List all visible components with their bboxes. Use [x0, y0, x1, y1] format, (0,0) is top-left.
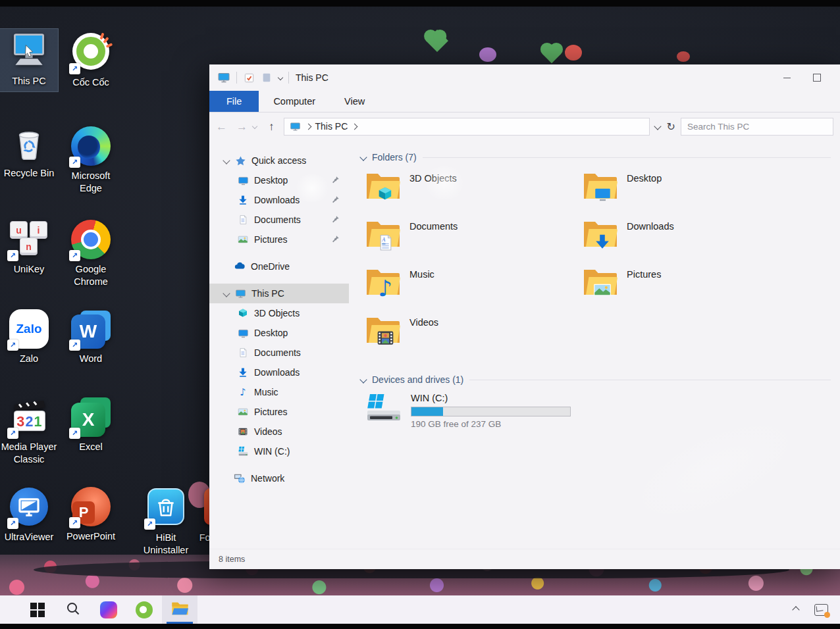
chevron-down-icon[interactable]: [223, 289, 230, 297]
nav-qa-desktop[interactable]: Desktop: [209, 170, 349, 190]
3d-cube-overlay-icon: [376, 184, 394, 203]
nav-pc-desktop[interactable]: Desktop: [209, 323, 349, 343]
refresh-icon[interactable]: ↻: [667, 120, 675, 133]
nav-label: Documents: [254, 347, 301, 358]
address-dropdown-chevron-icon[interactable]: [654, 122, 661, 130]
desktop-icon-google-chrome[interactable]: ↗ Google Chrome: [62, 220, 120, 288]
nav-qa-pictures[interactable]: Pictures: [209, 230, 349, 249]
qat-customize-chevron-icon[interactable]: [278, 75, 283, 80]
item-count: 8 items: [219, 555, 245, 564]
tab-view[interactable]: View: [330, 91, 379, 112]
desktop-icon-coc-coc[interactable]: ↗ Cốc Cốc: [62, 32, 120, 89]
search-placeholder: Search This PC: [687, 122, 749, 132]
nav-qa-documents[interactable]: Documents: [209, 210, 349, 230]
nav-qa-downloads[interactable]: Downloads: [209, 190, 349, 210]
nav-onedrive[interactable]: OneDrive: [209, 257, 349, 276]
nav-label: Downloads: [254, 195, 300, 205]
start-button[interactable]: [20, 595, 55, 624]
nav-this-pc[interactable]: This PC: [209, 284, 349, 303]
search-input[interactable]: Search This PC: [681, 118, 833, 136]
up-button[interactable]: ↑: [269, 121, 275, 132]
taskbar: [0, 595, 840, 624]
nav-pc-videos[interactable]: Videos: [209, 422, 349, 441]
copilot-icon: [100, 601, 117, 618]
nav-label: Desktop: [254, 328, 288, 338]
breadcrumb-chevron-icon[interactable]: [352, 123, 358, 130]
address-bar[interactable]: This PC: [284, 118, 650, 136]
desktop-icon-word[interactable]: W ↗ Word: [62, 309, 120, 365]
taskbar-search-button[interactable]: [55, 595, 91, 624]
tray-notification-icon[interactable]: [814, 604, 828, 616]
nav-pc-pictures[interactable]: Pictures: [209, 402, 349, 422]
desktop-icon-microsoft-edge[interactable]: ↗ Microsoft Edge: [62, 126, 120, 195]
folder-icon: [365, 314, 402, 346]
tile-music[interactable]: ♪ Music: [365, 266, 562, 314]
window-title-bar[interactable]: This PC: [209, 64, 840, 91]
maximize-button[interactable]: [802, 64, 832, 91]
taskbar-copilot-button[interactable]: [91, 595, 126, 624]
desktop-icon-label: Excel: [62, 441, 120, 453]
desktop-icon-recycle-bin[interactable]: Recycle Bin: [0, 124, 58, 180]
network-globe-icon: [234, 472, 246, 484]
group-header-devices: Devices and drives (1): [361, 374, 840, 385]
qat-properties-icon[interactable]: [243, 72, 255, 84]
breadcrumb-chevron-icon[interactable]: [305, 123, 311, 130]
forward-button[interactable]: →: [236, 121, 248, 132]
nav-pc-music[interactable]: ♪ Music: [209, 382, 349, 402]
collapse-chevron-icon[interactable]: [359, 153, 367, 161]
tile-downloads[interactable]: Downloads: [582, 218, 779, 266]
nav-label: 3D Objects: [254, 308, 300, 318]
close-button[interactable]: [832, 64, 840, 91]
desktop-icon-media-player-classic[interactable]: 3 2 1 ↗ Media Player Classic: [0, 397, 58, 466]
group-header-folders: Folders (7): [361, 152, 840, 163]
drive-capacity-fill: [411, 407, 443, 416]
tile-3d-objects[interactable]: 3D Objects: [365, 170, 562, 218]
nav-pc-win-c[interactable]: WIN (C:): [209, 441, 349, 461]
nav-label: WIN (C:): [254, 446, 290, 457]
breadcrumb[interactable]: This PC: [315, 121, 348, 132]
shortcut-arrow-icon: ↗: [69, 340, 80, 351]
recent-locations-chevron-icon[interactable]: [252, 124, 257, 129]
shortcut-arrow-icon: ↗: [69, 517, 80, 528]
desktop-icon-zalo[interactable]: Zalo ↗ Zalo: [0, 309, 58, 365]
nav-pc-downloads[interactable]: Downloads: [209, 363, 349, 382]
taskbar-coc-coc-button[interactable]: [126, 595, 162, 624]
tile-win-c-drive[interactable]: WIN (C:) 190 GB free of 237 GB: [365, 393, 840, 429]
nav-pc-3d-objects[interactable]: 3D Objects: [209, 303, 349, 323]
tile-documents[interactable]: A Documents: [365, 218, 562, 266]
nav-pc-documents[interactable]: Documents: [209, 343, 349, 363]
folder-icon: A: [365, 218, 402, 250]
nav-label: Downloads: [254, 367, 300, 378]
this-pc-breadcrumb-icon: [290, 121, 302, 132]
desktop-icon-excel[interactable]: X ↗ Excel: [62, 397, 120, 453]
tile-videos[interactable]: Videos: [365, 314, 562, 363]
window-title: This PC: [296, 72, 328, 83]
ribbon-tabs: File Computer View: [209, 91, 840, 113]
chevron-down-icon[interactable]: [223, 157, 230, 164]
wallpaper-heart: [426, 30, 448, 52]
desktop-icon-ultraviewer[interactable]: ↗ UltraViewer: [0, 487, 58, 543]
desktop-folder-icon: [237, 327, 249, 339]
group-label: Folders (7): [372, 152, 417, 163]
collapse-chevron-icon[interactable]: [359, 376, 367, 383]
nav-network[interactable]: Network: [209, 468, 349, 488]
this-pc-window-icon: [217, 71, 230, 84]
tile-desktop[interactable]: Desktop: [582, 170, 779, 218]
tile-label: Downloads: [627, 221, 674, 232]
tile-pictures[interactable]: Pictures: [582, 266, 779, 314]
qat-new-folder-icon[interactable]: [261, 72, 273, 84]
tab-file[interactable]: File: [209, 91, 259, 112]
hibit-uninstaller-icon: ↗: [146, 488, 186, 528]
shortcut-arrow-icon: ↗: [69, 428, 80, 439]
shortcut-arrow-icon: ↗: [7, 518, 18, 529]
wallpaper-candy: [479, 47, 496, 62]
desktop-icon-this-pc[interactable]: This PC: [0, 29, 58, 91]
back-button[interactable]: ←: [216, 121, 227, 132]
show-hidden-icons-chevron-icon[interactable]: [792, 606, 799, 613]
desktop-icon-powerpoint[interactable]: P ↗ PowerPoint: [62, 487, 120, 543]
nav-quick-access[interactable]: Quick access: [209, 151, 349, 170]
desktop-icon-unikey[interactable]: u i n ↗ UniKey: [0, 220, 58, 276]
minimize-button[interactable]: [772, 64, 802, 91]
taskbar-file-explorer-button[interactable]: [162, 595, 197, 624]
tab-computer[interactable]: Computer: [259, 91, 330, 112]
